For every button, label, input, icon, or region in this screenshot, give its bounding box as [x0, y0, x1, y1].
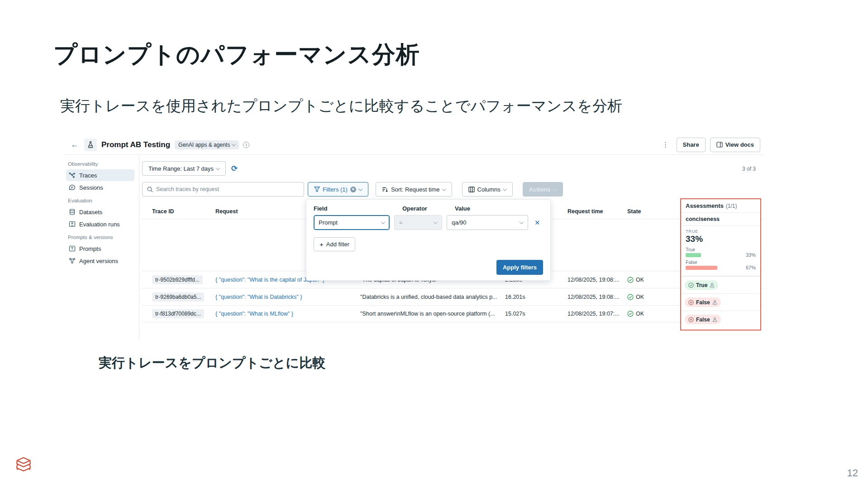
time-range-dropdown[interactable]: Time Range: Last 7 days [142, 161, 226, 176]
page-subtitle: 実行トレースを使用されたプロンプトごとに比較することでパフォーマンスを分析 [60, 96, 622, 116]
assessments-panel: Assessments (1/1) conciseness TRUE 33% T… [680, 198, 761, 331]
operator-select: = [394, 215, 442, 230]
database-icon [69, 209, 76, 215]
badge-label: True [696, 282, 707, 288]
assessment-row: False [681, 311, 760, 328]
sort-button[interactable]: Sort: Request time [376, 182, 452, 197]
assessment-metric-name[interactable]: conciseness [681, 213, 760, 226]
state-label: OK [636, 294, 644, 300]
slide: プロンプトのパフォーマンス分析 実行トレースを使用されたプロンプトごとに比較する… [0, 0, 868, 489]
assessment-badge-false[interactable]: False [685, 297, 721, 307]
value-label: Value [455, 205, 470, 212]
sidebar-item-agent-versions[interactable]: Agent versions [66, 255, 134, 267]
assessment-row: True [681, 276, 760, 293]
time-range-label: Time Range: Last 7 days [148, 165, 214, 172]
person-icon [710, 283, 715, 288]
toolbar: Filters (1) ✕ Sort: Request time Columns [142, 182, 764, 197]
table-row[interactable]: tr-f813df70089dc... { "question": "What … [142, 305, 764, 322]
view-docs-label: View docs [725, 141, 754, 148]
prompt-icon [69, 245, 76, 252]
badge-label: False [696, 316, 710, 323]
remove-filter-icon[interactable]: ✕ [534, 219, 540, 227]
sidebar-item-prompts[interactable]: Prompts [66, 243, 134, 254]
add-filter-button[interactable]: + Add filter [314, 237, 355, 251]
operator-label: Operator [402, 205, 455, 212]
trace-id-cell[interactable]: tr-9269ba6db0a5... [152, 292, 204, 302]
field-value: Prompt [319, 219, 338, 226]
clear-filters-icon[interactable]: ✕ [350, 187, 356, 192]
overflow-menu-icon[interactable]: ⋮ [659, 140, 672, 149]
sidebar-section-observability: Observability [68, 161, 134, 167]
chevron-down-icon [553, 187, 557, 191]
assessment-badge-false[interactable]: False [685, 315, 721, 324]
state-cell: OK [627, 294, 682, 300]
sidebar-item-label: Traces [79, 172, 97, 179]
bar-label: True [686, 247, 756, 252]
sidebar-item-label: Prompts [79, 245, 101, 252]
page-number: 12 [847, 467, 858, 479]
columns-icon [468, 187, 475, 192]
x-circle-icon [688, 317, 694, 322]
chevron-down-icon [442, 187, 446, 191]
funnel-icon [314, 187, 320, 192]
actions-button: Actions [523, 182, 563, 197]
x-circle-icon [688, 300, 694, 305]
experiment-type-dropdown[interactable]: GenAI apps & agents [175, 140, 239, 149]
chevron-down-icon [381, 220, 386, 224]
sidebar-item-evaluation-runs[interactable]: Evaluation runs [66, 218, 134, 230]
bar-label: False [686, 259, 756, 265]
refresh-icon[interactable]: ⟳ [231, 164, 238, 173]
trace-id-cell[interactable]: tr-f813df70089dc... [152, 309, 204, 318]
bar-percentage: 33% [746, 252, 756, 258]
request-cell[interactable]: { "question": "What is Databricks" } [215, 294, 360, 300]
sidebar-item-label: Sessions [79, 184, 103, 191]
response-cell: "Databricks is a unified, cloud-based da… [360, 294, 505, 300]
apply-filters-button[interactable]: Apply filters [496, 260, 543, 275]
app-screenshot: ← Prompt AB Testing GenAI apps & agents … [63, 135, 764, 340]
view-docs-button[interactable]: View docs [710, 138, 760, 152]
chevron-down-icon [520, 220, 524, 224]
operator-value: = [399, 219, 403, 226]
share-button[interactable]: Share [677, 138, 706, 152]
false-bar [686, 266, 717, 270]
true-bar-row: True 33% [686, 247, 756, 258]
sidebar-section-prompts-versions: Prompts & versions [68, 235, 134, 240]
person-icon [712, 317, 717, 322]
app-header: ← Prompt AB Testing GenAI apps & agents … [63, 135, 764, 155]
check-circle-icon [627, 311, 634, 317]
search-input[interactable] [156, 186, 299, 192]
chevron-down-icon [358, 187, 362, 191]
request-cell[interactable]: { "question": "What is MLflow" } [215, 311, 360, 317]
agent-versions-icon [69, 258, 76, 264]
experiment-beaker-icon [84, 139, 97, 151]
assessment-summary: TRUE 33% True 33% False 67% [681, 226, 760, 276]
table-row[interactable]: tr-9269ba6db0a5... { "question": "What i… [142, 288, 764, 305]
apply-filters-label: Apply filters [503, 264, 537, 271]
search-icon [147, 187, 153, 192]
col-header-state[interactable]: State [627, 208, 682, 215]
filters-button[interactable]: Filters (1) ✕ [308, 182, 368, 197]
databricks-logo [14, 455, 33, 477]
sidebar-item-label: Agent versions [79, 258, 118, 264]
book-icon [716, 142, 723, 148]
sidebar-item-sessions[interactable]: Sessions [66, 182, 134, 193]
assessment-badge-true[interactable]: True [685, 280, 718, 290]
search-box [142, 182, 304, 197]
back-arrow-icon[interactable]: ← [69, 139, 81, 151]
state-label: OK [636, 311, 644, 317]
sidebar-item-datasets[interactable]: Datasets [66, 206, 134, 218]
col-header-request-time[interactable]: Request time [568, 208, 627, 215]
sort-label: Sort: Request time [391, 186, 440, 193]
sidebar-item-traces[interactable]: Traces [66, 169, 134, 181]
sidebar-item-label: Evaluation runs [79, 221, 120, 228]
chevron-down-icon [434, 220, 438, 224]
trace-id-cell[interactable]: tr-9502b929dfffd... [152, 275, 203, 284]
col-header-trace-id[interactable]: Trace ID [152, 208, 215, 215]
value-select[interactable]: qa/90 [447, 215, 528, 230]
false-bar-row: False 67% [686, 259, 756, 270]
columns-button[interactable]: Columns [462, 182, 513, 197]
summary-value: 33% [686, 234, 756, 244]
field-select[interactable]: Prompt [314, 215, 390, 230]
info-icon[interactable]: i [243, 142, 249, 148]
sidebar-item-label: Datasets [79, 209, 102, 216]
